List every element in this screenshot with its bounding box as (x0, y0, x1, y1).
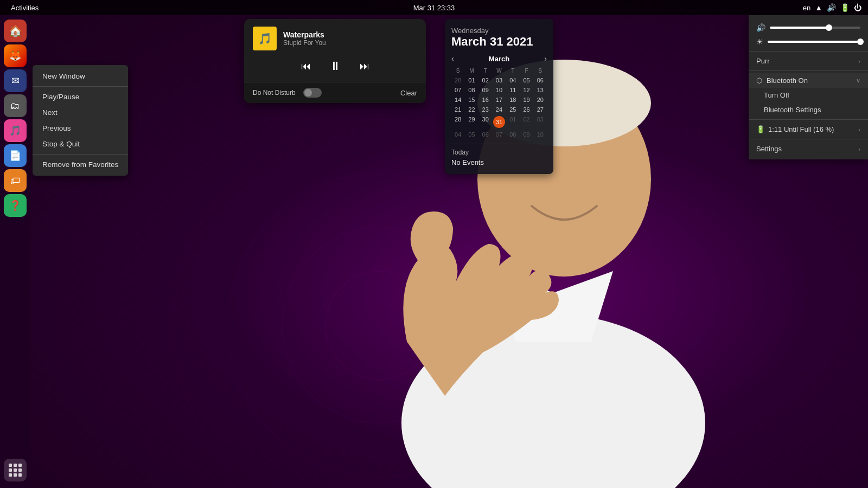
cal-day-02-next[interactable]: 02 (520, 114, 533, 130)
cal-day-04[interactable]: 04 (506, 75, 519, 85)
cal-day-02[interactable]: 02 (479, 75, 492, 85)
prev-track-button[interactable]: ⏮ (298, 58, 314, 74)
sidebar-item-software[interactable]: 🏷 (4, 169, 27, 192)
cal-day-12[interactable]: 12 (520, 85, 533, 95)
cal-day-17[interactable]: 17 (493, 95, 506, 105)
cal-day-10[interactable]: 10 (493, 85, 506, 95)
do-not-disturb-toggle[interactable] (303, 88, 322, 98)
volume-slider-fill (770, 27, 829, 29)
files-icon: 🗂 (10, 100, 20, 112)
cal-day-28-prev[interactable]: 28 (451, 75, 464, 85)
cal-day-27[interactable]: 27 (534, 105, 547, 114)
cal-day-30[interactable]: 30 (479, 114, 492, 130)
network-icon[interactable]: ▲ (815, 3, 822, 12)
cal-day-05[interactable]: 05 (520, 75, 533, 85)
sidebar-item-mail[interactable]: ✉ (4, 69, 27, 92)
calendar-no-events: No Events (451, 158, 547, 166)
sys-divider-1 (749, 51, 868, 52)
cal-header-t2: T (506, 66, 519, 75)
sidebar-item-firefox[interactable]: 🦊 (4, 44, 27, 67)
cal-day-11[interactable]: 11 (506, 85, 519, 95)
cal-day-20[interactable]: 20 (534, 95, 547, 105)
battery-menu-item[interactable]: 🔋 1:11 Until Full (16 %) › (749, 122, 868, 137)
calendar-prev-button[interactable]: ‹ (451, 54, 454, 63)
keyboard-layout[interactable]: en (803, 4, 810, 12)
activities-button[interactable]: Activities (7, 4, 43, 12)
cal-day-10-next[interactable]: 10 (534, 130, 547, 139)
calendar-today-label: Today (451, 149, 547, 156)
volume-slider[interactable] (770, 27, 860, 29)
sidebar-item-text-editor[interactable]: 📄 (4, 144, 27, 167)
sidebar-item-home[interactable]: 🏠 (4, 20, 27, 42)
context-menu-stop-quit[interactable]: Stop & Quit (33, 136, 128, 152)
power-icon-topbar[interactable]: ⏻ (854, 3, 861, 12)
battery-icon-topbar[interactable]: 🔋 (840, 3, 850, 12)
cal-day-23[interactable]: 23 (479, 105, 492, 114)
context-menu-next[interactable]: Next (33, 105, 128, 120)
cal-day-24[interactable]: 24 (493, 105, 506, 114)
cal-day-25[interactable]: 25 (506, 105, 519, 114)
calendar-week-3: 14 15 16 17 18 19 20 (451, 95, 547, 105)
mail-icon: ✉ (11, 75, 20, 87)
cal-day-15[interactable]: 15 (465, 95, 478, 105)
calendar-next-button[interactable]: › (544, 54, 547, 63)
clear-button[interactable]: Clear (400, 89, 417, 97)
cal-day-04-next[interactable]: 04 (451, 130, 464, 139)
sidebar-item-music[interactable]: 🎵 (4, 119, 27, 142)
bluetooth-label-group: ⬡ Bluetooth On (756, 76, 808, 85)
context-menu-new-window[interactable]: New Window (33, 68, 128, 84)
cal-header-s2: S (534, 66, 547, 75)
cal-day-14[interactable]: 14 (451, 95, 464, 105)
cal-day-01[interactable]: 01 (465, 75, 478, 85)
cal-day-08[interactable]: 08 (465, 85, 478, 95)
show-applications-button[interactable] (4, 459, 27, 481)
cal-day-09-next[interactable]: 09 (520, 130, 533, 139)
cal-day-06[interactable]: 06 (534, 75, 547, 85)
cal-day-19[interactable]: 19 (520, 95, 533, 105)
cal-day-09[interactable]: 09 (479, 85, 492, 95)
play-pause-button[interactable]: ⏸ (327, 58, 343, 74)
sidebar-item-help[interactable]: ❓ (4, 194, 27, 217)
apps-grid-icon (9, 464, 22, 477)
cal-day-31-today[interactable]: 31 (493, 114, 506, 130)
bluetooth-header-row[interactable]: ⬡ Bluetooth On ∨ (749, 73, 868, 88)
context-menu-remove-favorites[interactable]: Remove from Favorites (33, 157, 128, 172)
bluetooth-turn-off-item[interactable]: Turn Off (749, 88, 868, 102)
sidebar-item-files[interactable]: 🗂 (4, 94, 27, 117)
cal-day-21[interactable]: 21 (451, 105, 464, 114)
cal-day-26[interactable]: 26 (520, 105, 533, 114)
context-menu-previous[interactable]: Previous (33, 120, 128, 136)
cal-day-06-next[interactable]: 06 (479, 130, 492, 139)
music-controls: ⏮ ⏸ ⏭ (253, 58, 417, 74)
settings-menu-item[interactable]: Settings › (749, 142, 868, 156)
cal-day-07-next[interactable]: 07 (493, 130, 506, 139)
cal-day-05-next[interactable]: 05 (465, 130, 478, 139)
firefox-icon: 🦊 (9, 50, 21, 62)
cal-day-29[interactable]: 29 (465, 114, 478, 130)
cal-day-16[interactable]: 16 (479, 95, 492, 105)
purr-menu-item[interactable]: Purr › (749, 54, 868, 68)
cal-day-01-next[interactable]: 01 (506, 114, 519, 130)
volume-icon-topbar[interactable]: 🔊 (827, 3, 836, 12)
calendar-grid: S M T W T F S 28 01 02 03 04 05 06 07 08… (451, 66, 547, 139)
music-icon: 🎵 (9, 125, 21, 137)
cal-day-18[interactable]: 18 (506, 95, 519, 105)
cal-day-08-next[interactable]: 08 (506, 130, 519, 139)
cal-day-03-next[interactable]: 03 (534, 114, 547, 130)
calendar-events-section: Today No Events (451, 144, 547, 166)
calendar-header-date: Wednesday March 31 2021 (451, 27, 547, 49)
cal-day-03[interactable]: 03 (493, 75, 506, 85)
cal-day-28[interactable]: 28 (451, 114, 464, 130)
album-art-icon: 🎵 (258, 32, 272, 45)
cal-day-13[interactable]: 13 (534, 85, 547, 95)
next-track-button[interactable]: ⏭ (356, 58, 373, 74)
calendar-week-6: 04 05 06 07 08 09 10 (451, 130, 547, 139)
cal-header-m: M (465, 66, 478, 75)
context-menu-play-pause[interactable]: Play/Pause (33, 89, 128, 105)
toggle-knob (304, 89, 312, 97)
cal-day-07[interactable]: 07 (451, 85, 464, 95)
brightness-slider[interactable] (768, 41, 860, 43)
cal-day-22[interactable]: 22 (465, 105, 478, 114)
text-editor-icon: 📄 (9, 150, 21, 162)
bluetooth-settings-item[interactable]: Bluetooth Settings (749, 102, 868, 117)
